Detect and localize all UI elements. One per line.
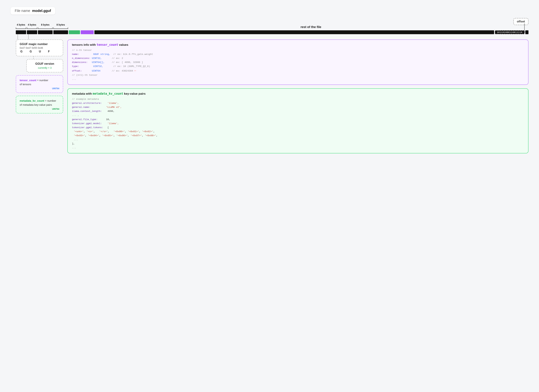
tensor-count-var: tensor_count [20, 79, 36, 82]
magic-title: GGUF magic number [20, 43, 59, 46]
tensors-code: // n-th tensor name: GGUF string, // ex:… [72, 48, 524, 81]
magic-letters: G G U F [20, 50, 59, 53]
left-column: GGUF magic number 0x47 0x47 0x55 0x46 G … [16, 39, 63, 113]
version-box-wrapper: GGUF version currently = 3 [26, 59, 63, 72]
metadata-kv-desc: of metadata key-value pairs [20, 103, 52, 106]
metadata-box: metadata with metadata_kv_count key-valu… [67, 88, 529, 153]
metadata-kv-type: UINT64 [20, 108, 59, 110]
main-diagram: File name model.gguf offset 4 bytes 4 by… [10, 7, 529, 153]
tensor-count-type: UINT64 [20, 87, 59, 90]
version-subtitle: currently = 3 [30, 66, 59, 69]
file-name-badge: File name model.gguf [10, 7, 55, 14]
rest-label: rest of the file [301, 25, 321, 29]
metadata-code: // example metadata general.architecture… [72, 97, 524, 150]
byte-label-2: 4 bytes [28, 23, 36, 26]
metadata-kv-box: metadata_kv_count = number of metadata k… [16, 96, 63, 113]
byte-label-1: 4 bytes [17, 23, 25, 26]
right-column: tensors info with tensor_count values //… [67, 39, 529, 153]
magic-hex: 0x47 0x47 0x55 0x46 [20, 47, 59, 49]
tensor-count-desc: of tensors [20, 83, 31, 86]
version-title: GGUF version [30, 62, 59, 65]
content-area: GGUF magic number 0x47 0x47 0x55 0x46 G … [10, 39, 529, 153]
byte-label-3: 8 bytes [41, 23, 49, 26]
binary-text-segment: 101101000110011110 [495, 30, 525, 34]
magic-box-wrapper: GGUF magic number 0x47 0x47 0x55 0x46 G … [16, 39, 63, 56]
magic-box: GGUF magic number 0x47 0x47 0x55 0x46 G … [16, 39, 63, 56]
tensor-count-wrapper: tensor_count = number of tensors UINT64 [16, 75, 63, 93]
binary-bar: 101101000110011110 [10, 30, 529, 34]
metadata-kv-wrapper: metadata_kv_count = number of metadata k… [16, 96, 63, 113]
tensors-box: tensors info with tensor_count values //… [67, 39, 529, 85]
metadata-title: metadata with metadata_kv_count key-valu… [72, 92, 524, 95]
byte-label-4: 8 bytes [57, 23, 65, 26]
version-box: GGUF version currently = 3 [26, 59, 63, 72]
tensors-title: tensors info with tensor_count values [72, 43, 524, 47]
file-label: File name [15, 9, 30, 13]
file-name: model.gguf [32, 9, 51, 13]
offset-badge: offset [513, 18, 529, 25]
tensor-count-box: tensor_count = number of tensors UINT64 [16, 75, 63, 93]
metadata-kv-var: metadata_kv_count [20, 99, 44, 102]
